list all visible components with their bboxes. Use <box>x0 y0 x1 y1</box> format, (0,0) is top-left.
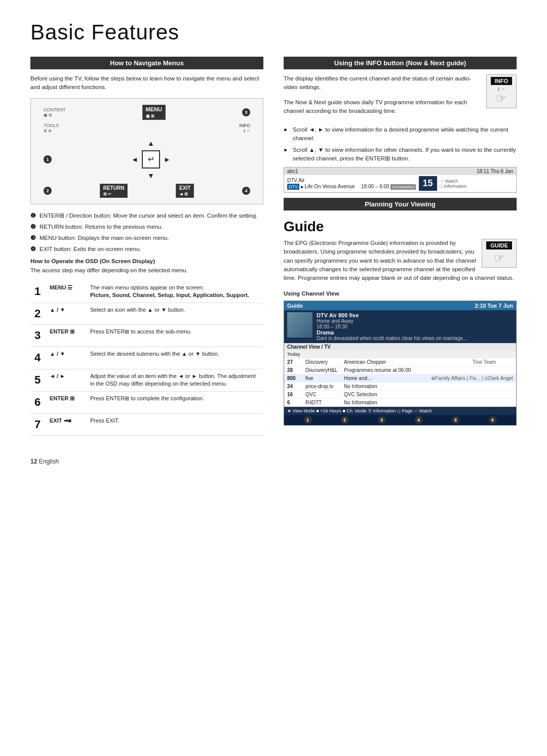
info-display-row: DTV Air DTV ■ Life On Venus Avenue 18:00… <box>284 175 516 192</box>
ch-prog2-0: Tine Team <box>473 359 513 365</box>
step-row-5: 5 ◄ / ► Adjust the value of an item with… <box>30 369 263 391</box>
osd-intro: The access step may differ depending on … <box>30 266 263 275</box>
ch-name-3: price-drop.tv <box>305 384 341 389</box>
channel-row-1[interactable]: 28 DiscoveryH&L Programmes resume at 06:… <box>284 366 516 374</box>
ch-num-3: 24 <box>287 384 302 389</box>
menu-btn: MENU▣ ⊞ <box>142 105 166 120</box>
info-source: DTV Air DTV ■ Life On Venus Avenue 18:00… <box>287 178 416 190</box>
channel-list: Channel View / TV Today 27 Discovery Ame… <box>284 343 516 407</box>
navigate-intro: Before using the TV, follow the steps be… <box>30 74 263 92</box>
guide-section-content: GUIDE ☞ The EPG (Electronic Programme Gu… <box>284 239 517 286</box>
featured-programme: DTV Air 800 five Home and Away 18:00 – 1… <box>284 310 516 343</box>
ch-name-4: QVC <box>305 392 341 397</box>
step-row-2: 2 ▲ / ▼ Select an icon with the ▲ or ▼ b… <box>30 303 263 325</box>
info-action[interactable]: □ Information <box>440 184 467 189</box>
footer-nums: 1 2 3 4 5 6 <box>284 415 516 425</box>
channel-row-4[interactable]: 16 QVC QVC Selection <box>284 391 516 399</box>
info-section-content: INFO 1 ☞ ☞ The display identifies the cu… <box>284 74 517 121</box>
channel-row-0[interactable]: 27 Discovery American Chopper Tine Team <box>284 358 516 366</box>
ch-num-5: 6 <box>287 400 302 405</box>
ch-name-0: Discovery <box>305 359 341 365</box>
ch-prog2-2: ⊕Family Affairs | Fiv... | ⊙Dark Angel <box>431 375 513 381</box>
info-text2: The Now & Next guide shows daily TV prog… <box>284 98 517 116</box>
bullet-item-2: ❷ RETURN button: Returns to the previous… <box>30 223 263 231</box>
diagram-num2: 2 <box>44 187 52 195</box>
ch-prog-1: Programmes resume at 06:00 <box>344 367 513 373</box>
ch-num-0: 27 <box>287 359 302 365</box>
step-num-7: 7 <box>30 413 46 436</box>
programme-details: DTV Air 800 five Home and Away 18:00 – 1… <box>317 312 467 341</box>
navigate-bullets: ❶ ENTER⊞ / Direction button: Move the cu… <box>30 212 263 254</box>
remote-diagram: CONTENT▣ ⊞ MENU▣ ⊞ 3 TOOLS⊞ ⊕ INFO1 ☞ 1 … <box>30 98 263 204</box>
step-num-1: 1 <box>30 281 46 303</box>
footer-num-5: 5 <box>452 416 460 424</box>
step-key-2: ▲ / ▼ <box>46 303 86 325</box>
info-ch-name: abc1 <box>287 169 298 174</box>
ch-num-display: 15 <box>419 176 437 191</box>
step-key-5: ◄ / ► <box>46 369 86 391</box>
channel-row-2[interactable]: 800 five Home and... ⊕Family Affairs | F… <box>284 374 516 383</box>
watch-action[interactable]: ☞ Watch <box>440 179 467 184</box>
featured-ch: DTV Air 800 five <box>317 312 359 318</box>
step-row-1: 1 MENU ☰ The main menu options appear on… <box>30 281 263 303</box>
ch-name-5: R4DTT <box>305 400 341 405</box>
bullet-dot-2: ● <box>284 146 290 154</box>
step-key-3: ENTER ⊞ <box>46 325 86 347</box>
info-badge-sub: 1 ☞ <box>491 87 512 92</box>
today-label: Today <box>287 352 300 357</box>
return-btn[interactable]: RETURN⊞ ↩ <box>100 184 128 198</box>
step-row-3: 3 ENTER ⊞ Press ENTER⊞ to access the sub… <box>30 325 263 347</box>
info-bullet-text-2: Scroll ▲, ▼ to view information for othe… <box>293 146 517 163</box>
guide-badge-panel: GUIDE ☞ <box>482 239 517 268</box>
channel-row-5[interactable]: 6 R4DTT No Information <box>284 399 516 407</box>
featured-time: 18:00 – 18:30 <box>317 324 347 329</box>
step-key-1: MENU ☰ <box>46 281 86 303</box>
today-header-row: Today <box>284 351 516 358</box>
programme-thumbnail <box>287 312 312 338</box>
info-bullet-1: ● Scroll ◄, ► to view information for a … <box>284 125 517 143</box>
ch-prog-2: Home and... <box>344 375 428 381</box>
guide-label-cv: Guide <box>287 303 303 309</box>
prog-icon: ■ <box>301 185 303 189</box>
bullet-num-1: ❶ <box>30 212 36 220</box>
hand-pointer-icon: ☞ <box>491 92 512 106</box>
channel-view-header: Guide 2:10 Tue 7 Jun <box>284 301 516 310</box>
arrow-right: ► <box>160 150 174 169</box>
info-bullet-text-1: Scroll ◄, ► to view information for a de… <box>293 125 517 143</box>
dtv-icon: DTV <box>287 184 299 190</box>
step-key-7: EXIT ➡■ <box>46 413 86 436</box>
info-bullet-2: ● Scroll ▲, ▼ to view information for ot… <box>284 146 517 163</box>
page-title: Basic Features <box>30 20 517 45</box>
exit-btn[interactable]: EXIT-■ ⊞ <box>176 184 194 198</box>
page-num: 12 <box>30 458 37 465</box>
bullet-num-4: ❹ <box>30 245 36 254</box>
bullet-num-2: ❷ <box>30 223 36 231</box>
step-desc-3: Press ENTER⊞ to access the sub-menu. <box>86 325 263 347</box>
diagram-num1: 1 <box>44 155 52 163</box>
right-column: Using the INFO button (Now & Next guide)… <box>284 57 517 443</box>
step-row-7: 7 EXIT ➡■ Press EXIT. <box>30 413 263 436</box>
enter-center-btn[interactable]: ↵ <box>142 150 160 169</box>
info-display-header: abc1 18:11 Thu 6 Jan <box>284 167 516 175</box>
bullet-item-3: ❸ MENU button: Displays the main on-scre… <box>30 234 263 242</box>
bullet-text-2: RETURN button: Returns to the previous m… <box>40 223 163 231</box>
channel-list-header: Channel View / TV <box>284 343 516 351</box>
step-num-4: 4 <box>30 347 46 369</box>
step-row-6: 6 ENTER ⊞ Press ENTER⊞ to complete the c… <box>30 391 263 413</box>
step-desc-7: Press EXIT. <box>86 413 263 436</box>
step-desc-6: Press ENTER⊞ to complete the configurati… <box>86 391 263 413</box>
bullet-dot-1: ● <box>284 125 290 134</box>
footer-num-3: 3 <box>378 416 386 424</box>
footer-num-2: 2 <box>341 416 349 424</box>
channel-view-heading: Using Channel View <box>284 290 517 297</box>
step-num-3: 3 <box>30 325 46 347</box>
planning-section-header: Planning Your Viewing <box>284 198 517 211</box>
arrow-down: ▼ <box>142 169 160 183</box>
channel-row-3[interactable]: 24 price-drop.tv No Information <box>284 383 516 391</box>
bullet-text-1: ENTER⊞ / Direction button: Move the curs… <box>40 212 258 220</box>
ch-prog-0: American Chopper <box>344 359 470 365</box>
info-badge-label: INFO <box>491 77 512 85</box>
step-key-6: ENTER ⊞ <box>46 391 86 413</box>
osd-heading: How to Operate the OSD (On Screen Displa… <box>30 258 263 264</box>
arrow-up: ▲ <box>142 136 160 150</box>
